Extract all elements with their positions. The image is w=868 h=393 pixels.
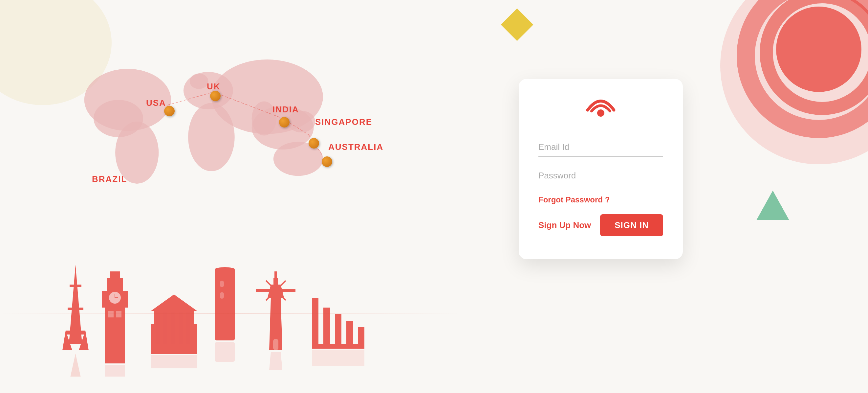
bg-red-dot bbox=[776, 6, 862, 92]
svg-rect-16 bbox=[70, 285, 82, 287]
svg-rect-68 bbox=[312, 344, 364, 348]
login-card: Forgot Password ? Sign Up Now SIGN IN bbox=[519, 79, 683, 259]
svg-rect-40 bbox=[151, 350, 197, 354]
svg-rect-29 bbox=[108, 311, 114, 317]
svg-marker-62 bbox=[269, 352, 282, 370]
sign-up-link[interactable]: Sign Up Now bbox=[538, 220, 591, 230]
location-pin-australia bbox=[322, 157, 332, 167]
svg-rect-17 bbox=[68, 308, 83, 310]
svg-rect-38 bbox=[179, 312, 183, 344]
location-label-india: INDIA bbox=[273, 105, 299, 115]
location-label-uk: UK bbox=[207, 82, 221, 92]
svg-rect-51 bbox=[215, 342, 235, 362]
svg-rect-64 bbox=[323, 308, 330, 344]
svg-rect-30 bbox=[116, 311, 121, 317]
location-label-australia: AUSTRALIA bbox=[328, 142, 383, 152]
svg-marker-34 bbox=[151, 294, 197, 311]
location-pin-singapore bbox=[309, 138, 319, 148]
bg-green-triangle bbox=[756, 191, 789, 220]
location-label-brazil: BRAZIL bbox=[92, 174, 127, 184]
location-label-usa: USA bbox=[146, 98, 166, 108]
email-form-group bbox=[538, 138, 663, 157]
svg-rect-74 bbox=[312, 349, 364, 366]
location-label-singapore: SINGAPORE bbox=[315, 117, 372, 127]
left-section: USA UK INDIA SINGAPORE AUSTRALIA BRAZIL bbox=[0, 0, 492, 393]
svg-rect-72 bbox=[346, 321, 353, 323]
svg-rect-50 bbox=[220, 292, 224, 299]
email-input[interactable] bbox=[538, 138, 663, 157]
svg-rect-43 bbox=[215, 278, 235, 280]
svg-point-48 bbox=[215, 267, 235, 273]
svg-line-12 bbox=[213, 92, 282, 118]
svg-rect-35 bbox=[156, 312, 160, 344]
svg-marker-21 bbox=[69, 354, 82, 376]
svg-rect-45 bbox=[215, 301, 235, 303]
app-logo bbox=[584, 99, 617, 121]
svg-rect-25 bbox=[110, 272, 120, 280]
sign-in-button[interactable]: SIGN IN bbox=[600, 214, 663, 236]
svg-point-75 bbox=[597, 109, 604, 117]
svg-rect-69 bbox=[312, 298, 318, 300]
svg-rect-31 bbox=[105, 365, 125, 376]
svg-rect-66 bbox=[346, 321, 353, 344]
svg-rect-47 bbox=[215, 324, 235, 326]
svg-rect-63 bbox=[312, 298, 318, 344]
logo-container bbox=[538, 99, 663, 121]
svg-rect-70 bbox=[323, 308, 330, 310]
password-input[interactable] bbox=[538, 167, 663, 185]
svg-rect-49 bbox=[220, 281, 224, 287]
svg-rect-18 bbox=[66, 331, 85, 335]
forgot-password-link[interactable]: Forgot Password ? bbox=[538, 195, 663, 204]
svg-rect-39 bbox=[186, 312, 190, 344]
location-pin-india bbox=[279, 117, 289, 128]
ground-line bbox=[0, 313, 460, 314]
bg-yellow-diamond bbox=[501, 8, 533, 41]
svg-rect-65 bbox=[335, 314, 341, 344]
location-pin-uk bbox=[210, 91, 221, 101]
svg-rect-73 bbox=[358, 327, 364, 330]
svg-rect-71 bbox=[335, 314, 341, 317]
svg-rect-41 bbox=[151, 355, 197, 368]
landmarks-svg bbox=[49, 252, 394, 376]
svg-line-11 bbox=[167, 92, 213, 105]
action-row: Sign Up Now SIGN IN bbox=[538, 214, 663, 236]
password-form-group bbox=[538, 167, 663, 185]
svg-rect-37 bbox=[171, 312, 175, 344]
svg-rect-61 bbox=[273, 339, 278, 350]
svg-rect-22 bbox=[105, 304, 125, 363]
svg-rect-44 bbox=[215, 289, 235, 291]
svg-rect-36 bbox=[163, 312, 167, 344]
